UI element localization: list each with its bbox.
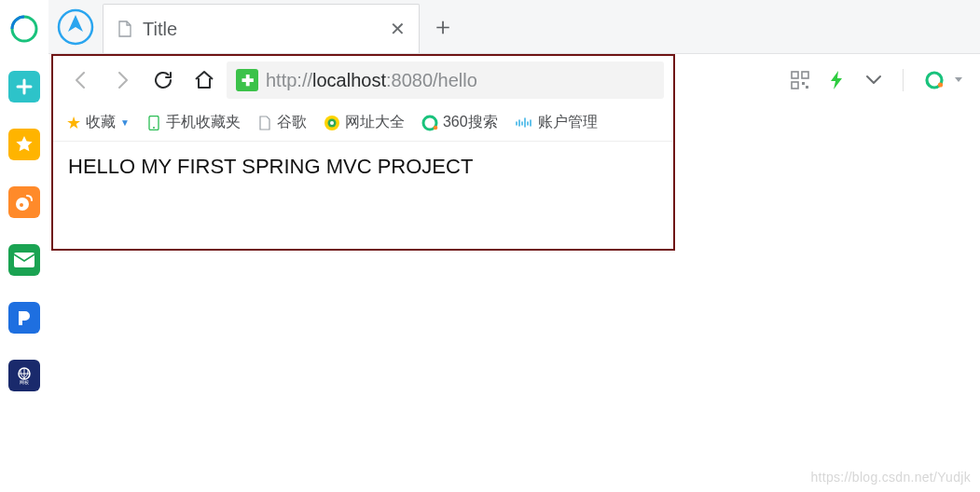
home-icon — [193, 69, 215, 91]
dropdown-triangle-icon: ▼ — [120, 117, 130, 128]
svg-rect-3 — [14, 253, 35, 267]
rail-browser-logo[interactable] — [8, 13, 40, 45]
ring-icon — [924, 70, 945, 90]
svg-point-26 — [938, 82, 943, 87]
new-tab-button[interactable]: ＋ — [420, 0, 466, 53]
toolbar-separator — [903, 69, 904, 91]
toolbar-right — [791, 62, 963, 99]
bookmark-account[interactable]: 账户管理 — [515, 113, 598, 132]
page-content: HELLO MY FIRST SPRING MVC PROJECT — [53, 142, 673, 192]
reload-icon — [152, 69, 174, 91]
shield-360-icon — [324, 115, 340, 131]
bookmark-label: 账户管理 — [538, 113, 598, 132]
speed-button[interactable] — [830, 71, 845, 89]
svg-rect-22 — [792, 82, 798, 89]
bookmark-google[interactable]: 谷歌 — [257, 113, 307, 132]
bolt-icon — [830, 71, 845, 89]
chevron-down-icon — [865, 75, 882, 86]
browser-main: Title ✕ ＋ ✚ http://localhost:8080/hello — [48, 0, 980, 492]
rail-favorites-app[interactable] — [8, 129, 40, 160]
svg-point-11 — [330, 121, 334, 125]
chevron-left-icon — [71, 70, 91, 90]
url-host: localhost — [312, 70, 386, 90]
svg-text:网校: 网校 — [20, 379, 29, 385]
qr-icon — [791, 71, 809, 89]
rail-pptv-app[interactable] — [8, 302, 40, 334]
svg-point-13 — [434, 125, 438, 130]
svg-point-8 — [153, 127, 155, 129]
security-shield-icon: ✚ — [236, 69, 258, 91]
bookmark-label: 谷歌 — [277, 113, 307, 132]
page-body-text: HELLO MY FIRST SPRING MVC PROJECT — [68, 155, 473, 178]
qr-button[interactable] — [791, 71, 809, 89]
url-rest: :8080/hello — [386, 70, 477, 90]
active-tab[interactable]: Title ✕ — [103, 4, 420, 53]
svg-rect-20 — [792, 72, 798, 78]
bookmark-label: 360搜索 — [443, 113, 498, 132]
chevron-right-icon — [112, 70, 132, 90]
bookmark-directory[interactable]: 网址大全 — [324, 113, 405, 132]
svg-rect-21 — [802, 72, 808, 78]
phone-icon — [146, 116, 161, 130]
url-text: http://localhost:8080/hello — [266, 70, 477, 91]
triangle-down-icon — [954, 76, 963, 84]
tab-title: Title — [143, 19, 380, 40]
star-icon: ★ — [66, 113, 81, 133]
rail-mail-app[interactable] — [8, 244, 40, 276]
bookmark-phone[interactable]: 手机收藏夹 — [146, 113, 241, 132]
svg-rect-23 — [802, 82, 805, 85]
address-bar: ✚ http://localhost:8080/hello — [53, 56, 673, 104]
tab-close-button[interactable]: ✕ — [390, 18, 406, 40]
search-dropdown[interactable] — [954, 76, 963, 84]
left-app-rail: 网校 — [0, 0, 48, 492]
forward-button[interactable] — [104, 62, 141, 99]
menu-dropdown[interactable] — [865, 75, 882, 86]
highlighted-region: ✚ http://localhost:8080/hello ★ 收藏 ▼ 手机收… — [51, 54, 675, 251]
search-engine-button[interactable] — [924, 70, 945, 90]
compass-icon[interactable] — [48, 0, 103, 53]
bookmark-label: 网址大全 — [345, 113, 405, 132]
rail-plus-app[interactable] — [8, 71, 40, 102]
watermark-text: https://blog.csdn.net/Yudjk — [810, 470, 971, 485]
ring-icon — [421, 115, 438, 131]
svg-point-2 — [20, 203, 23, 207]
favorites-button[interactable]: ★ 收藏 ▼ — [66, 113, 130, 133]
rail-globe-app[interactable]: 网校 — [8, 360, 40, 391]
bookmark-360search[interactable]: 360搜索 — [421, 113, 498, 132]
document-icon — [257, 116, 272, 130]
rail-weibo-app[interactable] — [8, 186, 40, 218]
home-button[interactable] — [186, 62, 223, 99]
url-field[interactable]: ✚ http://localhost:8080/hello — [227, 62, 664, 99]
document-icon — [117, 20, 133, 37]
tab-strip: Title ✕ ＋ — [48, 0, 980, 54]
cisco-icon — [515, 117, 533, 129]
url-scheme: http:// — [266, 70, 312, 90]
back-button[interactable] — [62, 62, 100, 99]
favorites-label: 收藏 — [86, 113, 116, 132]
bookmarks-bar: ★ 收藏 ▼ 手机收藏夹 谷歌 网址大全 360搜索 — [53, 104, 673, 142]
svg-rect-24 — [806, 86, 808, 89]
reload-button[interactable] — [145, 62, 182, 99]
bookmark-label: 手机收藏夹 — [166, 113, 241, 132]
